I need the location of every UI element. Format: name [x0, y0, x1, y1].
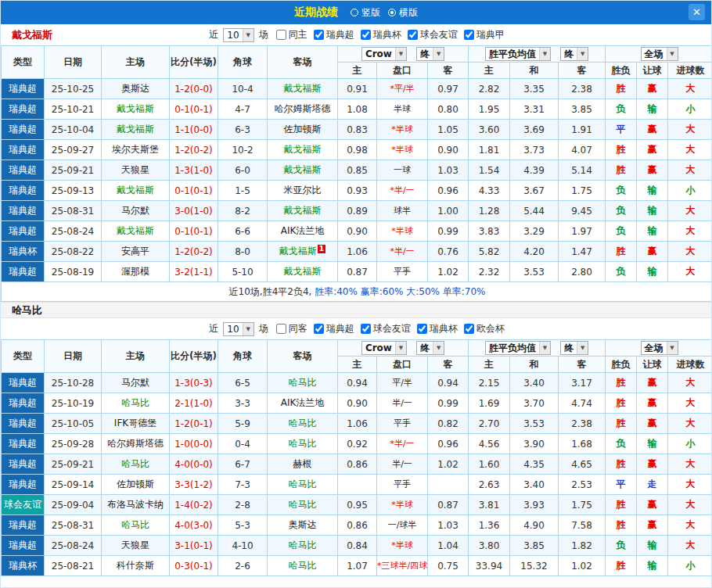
date-cell: 25-10-19 [45, 393, 102, 414]
league-type-cell: 瑞典超 [2, 373, 45, 393]
match-row: 瑞典超25-09-21天狼星1-3(1-0)6-0戴戈福斯0.85一球1.031… [2, 160, 712, 181]
away-team-cell: 哈马比 [268, 495, 338, 515]
avg-select[interactable]: 胜平负均值▼ [485, 341, 551, 355]
avg-draw-cell: 3.70 [510, 393, 559, 414]
filter-checkbox[interactable] [417, 324, 427, 334]
handicap-result-cell: 输 [637, 434, 668, 454]
home-team-cell: 戴戈福斯 [102, 181, 170, 201]
col-score: 比分(半场) [170, 46, 218, 79]
avg-home-cell: 2.70 [469, 414, 510, 434]
same-venue-filter[interactable]: 同主 [276, 28, 307, 41]
games-label: 场 [259, 28, 268, 41]
radio-horizontal-label: 横版 [399, 6, 418, 20]
score-cell: 1-3(1-0) [170, 160, 218, 181]
league-filter[interactable]: 瑞典杯 [417, 322, 458, 335]
league-filter[interactable]: 瑞典超 [314, 28, 354, 41]
col-avg-draw: 和 [510, 357, 559, 373]
chevron-down-icon: ▼ [243, 29, 254, 41]
date-cell: 25-10-04 [45, 120, 102, 140]
layout-radio-horizontal[interactable]: 横版 [388, 6, 418, 20]
result-cell: 平 [606, 475, 637, 495]
away-odds-cell: 0.82 [428, 414, 469, 434]
scope-select[interactable]: 全场▼ [641, 341, 678, 355]
final-avg-select[interactable]: 终▼ [560, 341, 588, 355]
same-venue-filter[interactable]: 同客 [276, 322, 307, 335]
score-cell: 1-2(0-1) [170, 414, 218, 434]
col-handicap: 盘口 [377, 63, 428, 79]
col-score: 比分(半场) [170, 340, 218, 373]
home-team-cell: 戴戈福斯 [102, 221, 170, 242]
filter-controls-0: 近10▼场同主瑞典超瑞典杯球会友谊瑞典甲 [207, 28, 504, 42]
avg-draw-cell: 4.90 [510, 515, 559, 536]
league-type-cell: 瑞典超 [2, 160, 45, 181]
final-odds-select[interactable]: 终▼ [416, 47, 444, 61]
match-count-select[interactable]: 10▼ [223, 322, 254, 336]
avg-draw-cell: 4.35 [510, 454, 559, 475]
home-odds-cell: 0.84 [338, 536, 377, 556]
col-corner: 角球 [218, 46, 268, 79]
final-avg-select[interactable]: 终▼ [560, 47, 588, 61]
odds-company-select[interactable]: Crow▼ [361, 341, 407, 355]
avg-home-cell: 2.63 [469, 475, 510, 495]
avg-select[interactable]: 胜平负均值▼ [485, 47, 551, 61]
avg-home-cell: 2.15 [469, 373, 510, 393]
home-odds-cell: 0.91 [338, 79, 377, 99]
league-filter[interactable]: 欧会杯 [464, 322, 505, 335]
col-date: 日期 [45, 46, 102, 79]
filter-checkbox[interactable] [314, 30, 324, 40]
col-odds-home: 主 [338, 357, 377, 373]
neutral-venue-badge: 1 [318, 245, 325, 253]
away-odds-cell: 0.76 [428, 242, 469, 262]
handicap-result-cell: 输 [637, 536, 668, 556]
filter-label: 同客 [289, 322, 307, 335]
layout-radio-vertical[interactable]: 竖版 [351, 6, 380, 20]
goals-cell: 大 [668, 262, 712, 282]
filter-checkbox[interactable] [408, 30, 418, 40]
handicap-result-cell: 走 [637, 475, 668, 495]
filter-checkbox[interactable] [464, 30, 474, 40]
league-filter[interactable]: 瑞典甲 [464, 28, 505, 41]
away-team-cell: 戴戈福斯 [268, 262, 338, 282]
score-cell: 2-1(1-0) [170, 393, 218, 414]
filter-checkbox[interactable] [361, 30, 371, 40]
matches-table-0: 类型 日期 主场 比分(半场) 角球 客场 Crow▼ 终▼ 胜平负均值▼ 终▼… [1, 45, 712, 302]
filter-checkbox[interactable] [464, 324, 474, 334]
col-type: 类型 [2, 340, 45, 373]
league-filter[interactable]: 瑞典超 [314, 322, 354, 335]
home-odds-cell: 0.86 [338, 515, 377, 536]
col-home: 主场 [102, 340, 170, 373]
score-cell: 3-3(1-2) [170, 475, 218, 495]
league-filter[interactable]: 球会友谊 [361, 322, 411, 335]
result-cell: 平 [606, 120, 637, 140]
section-1-tbody: 瑞典超25-10-28马尔默1-3(0-3)6-5哈马比0.94平/半0.942… [2, 373, 712, 576]
chevron-down-icon: ▼ [577, 342, 588, 354]
odds-company-select[interactable]: Crow▼ [361, 47, 407, 61]
avg-away-cell: 4.65 [559, 454, 606, 475]
filter-checkbox[interactable] [314, 324, 324, 334]
score-cell: 3-2(1-1) [170, 262, 218, 282]
filter-checkbox[interactable] [361, 324, 371, 334]
avg-home-cell: 1.54 [469, 160, 510, 181]
goals-cell: 小 [668, 99, 712, 120]
away-team-cell: 米亚尔比 [268, 181, 338, 201]
avg-away-cell: 1.68 [559, 434, 606, 454]
avg-home-cell: 1.60 [469, 454, 510, 475]
result-cell: 胜 [606, 495, 637, 515]
corner-cell: 1-5 [218, 181, 268, 201]
filter-checkbox[interactable] [276, 30, 286, 40]
date-cell: 25-08-31 [45, 515, 102, 536]
scope-select[interactable]: 全场▼ [641, 47, 678, 61]
date-cell: 25-09-27 [45, 140, 102, 160]
match-row: 瑞典超25-09-13戴戈福斯0-1(0-1)1-5米亚尔比0.93*半/一0.… [2, 181, 712, 201]
away-team-cell: 佐加顿斯 [268, 120, 338, 140]
score-cell: 3-0(1-0) [170, 201, 218, 221]
league-filter[interactable]: 瑞典杯 [361, 28, 401, 41]
avg-home-cell: 1.28 [469, 201, 510, 221]
final-odds-select[interactable]: 终▼ [416, 341, 444, 355]
filter-checkbox[interactable] [276, 324, 286, 334]
match-count-select[interactable]: 10▼ [223, 28, 254, 42]
close-icon[interactable]: ✕ [689, 4, 705, 20]
league-filter[interactable]: 球会友谊 [408, 28, 458, 41]
chevron-down-icon: ▼ [539, 342, 550, 354]
result-cell: 胜 [606, 242, 637, 262]
